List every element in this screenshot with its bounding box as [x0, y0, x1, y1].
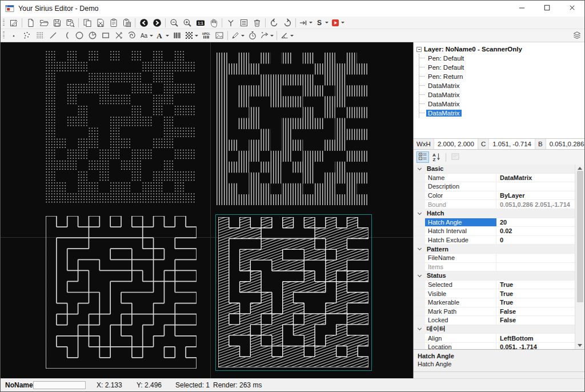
scroll-up-icon[interactable]: [578, 167, 582, 170]
branch-button[interactable]: [224, 17, 237, 29]
property-label[interactable]: Hatch Interval: [425, 227, 496, 235]
arc-button[interactable]: [59, 30, 73, 42]
curve-cross-button[interactable]: [112, 30, 125, 42]
circle-button[interactable]: [73, 30, 86, 42]
redo-button[interactable]: [281, 17, 294, 29]
property-value[interactable]: False: [496, 307, 575, 316]
tree-collapse-icon[interactable]: [416, 47, 422, 52]
image-button[interactable]: [213, 30, 226, 42]
zoom-in-button[interactable]: [181, 17, 194, 29]
rectangle-button[interactable]: [99, 30, 112, 42]
drawing-canvas[interactable]: [1, 42, 413, 378]
property-value[interactable]: 0.02: [496, 227, 575, 235]
property-label[interactable]: Locked: [425, 316, 496, 325]
mark-list-button[interactable]: [237, 17, 250, 29]
property-category--[interactable]: 데이터: [414, 325, 575, 334]
marker-editor-button[interactable]: [7, 17, 20, 29]
run-button[interactable]: [330, 17, 346, 29]
tree-item-datamatrix[interactable]: DataMatrix: [419, 90, 583, 99]
cut-button[interactable]: [94, 17, 107, 29]
property-label[interactable]: Items: [425, 263, 496, 271]
pan-hand-button[interactable]: [207, 17, 220, 29]
property-grid-scrollbar[interactable]: [575, 165, 584, 349]
s-curve-button[interactable]: S: [314, 17, 330, 29]
sort-alpha-button[interactable]: AZ: [430, 151, 443, 163]
property-label[interactable]: Mark Path: [425, 307, 496, 316]
circle-sector-button[interactable]: [86, 30, 99, 42]
property-value[interactable]: 20: [496, 218, 575, 227]
points-button[interactable]: [20, 30, 33, 42]
tree-item-datamatrix[interactable]: DataMatrix: [419, 99, 583, 109]
copy-button[interactable]: [81, 17, 94, 29]
new-document-button[interactable]: [24, 17, 37, 29]
tree-item-pen-default[interactable]: Pen: Default: [419, 63, 583, 72]
nav-back-button[interactable]: [137, 17, 150, 29]
property-label[interactable]: Bound: [425, 200, 496, 209]
property-value[interactable]: True: [496, 281, 575, 289]
property-label[interactable]: FileName: [425, 254, 496, 262]
property-label[interactable]: Hatch Angle: [425, 218, 496, 227]
datamatrix-outline[interactable]: [46, 216, 197, 369]
property-label[interactable]: Visible: [425, 289, 496, 298]
property-label[interactable]: Location: [425, 343, 496, 349]
property-value[interactable]: True: [496, 298, 575, 307]
nav-forward-button[interactable]: [150, 17, 163, 29]
property-label[interactable]: Description: [425, 182, 496, 191]
property-label[interactable]: Markerable: [425, 298, 496, 307]
tree-root-layer[interactable]: Layer: NoName0 - ScannerOnly: [416, 45, 583, 54]
property-category-basic[interactable]: Basic: [414, 165, 575, 174]
property-label[interactable]: Name: [425, 174, 496, 182]
point-button[interactable]: [7, 30, 20, 42]
tree-item-pen-return[interactable]: Pen: Return: [419, 72, 583, 81]
property-value[interactable]: False: [496, 316, 575, 325]
property-label[interactable]: Color: [425, 191, 496, 200]
save-as-button[interactable]: [63, 17, 77, 29]
scrollbar-thumb[interactable]: [577, 171, 583, 302]
tree-item-pen-default[interactable]: Pen: Default: [419, 54, 583, 63]
property-label[interactable]: Hatch Exclude: [425, 236, 496, 245]
dot-grid-button[interactable]: [33, 30, 46, 42]
property-value[interactable]: DataMatrix: [496, 174, 575, 182]
datamatrix-dots[interactable]: [45, 50, 195, 203]
property-value[interactable]: 0.051,0.286 2.051,-1.714: [496, 200, 575, 209]
scroll-down-icon[interactable]: [578, 344, 582, 347]
tree-item-datamatrix[interactable]: DataMatrix: [419, 81, 583, 90]
property-value[interactable]: ByLayer: [496, 191, 575, 200]
property-label[interactable]: Selected: [425, 281, 496, 289]
hpgl-button[interactable]: HPGL: [199, 30, 213, 42]
open-folder-button[interactable]: [37, 17, 50, 29]
app-icon[interactable]: [5, 4, 14, 13]
property-value[interactable]: 0.051, -1.714: [496, 343, 575, 349]
line-button[interactable]: [46, 30, 59, 42]
tree-item-datamatrix[interactable]: DataMatrix: [419, 109, 583, 118]
property-category-status[interactable]: Status: [414, 271, 575, 281]
zoom-one-to-one-button[interactable]: 1:1: [194, 17, 207, 29]
text-button[interactable]: Aa: [138, 30, 154, 42]
categorized-button[interactable]: [416, 151, 429, 163]
delete-button[interactable]: [250, 17, 263, 29]
property-value[interactable]: LeftBottom: [496, 334, 575, 342]
property-value[interactable]: True: [496, 289, 575, 298]
property-value[interactable]: [496, 263, 575, 271]
property-value[interactable]: [496, 254, 575, 262]
datamatrix-vlines[interactable]: [217, 53, 367, 205]
timer-button[interactable]: [246, 30, 259, 42]
paste-button[interactable]: [107, 17, 120, 29]
close-button[interactable]: [559, 1, 584, 17]
property-label[interactable]: Align: [425, 334, 496, 342]
zoom-out-button[interactable]: [167, 17, 181, 29]
property-value[interactable]: [496, 182, 575, 191]
pen-button[interactable]: [230, 30, 246, 42]
spiral-button[interactable]: [125, 30, 138, 42]
mark-jump-button[interactable]: [259, 30, 275, 42]
property-category-pattern[interactable]: Pattern: [414, 245, 575, 254]
barcode-1d-button[interactable]: [170, 30, 183, 42]
maximize-button[interactable]: [534, 1, 559, 17]
barcode-2d-button[interactable]: [183, 30, 199, 42]
property-category-hatch[interactable]: Hatch: [414, 209, 575, 218]
save-button[interactable]: [50, 17, 63, 29]
angle-line-button[interactable]: [279, 30, 295, 42]
character-button[interactable]: A: [154, 30, 170, 42]
property-value[interactable]: 0: [496, 236, 575, 245]
undo-button[interactable]: [267, 17, 281, 29]
